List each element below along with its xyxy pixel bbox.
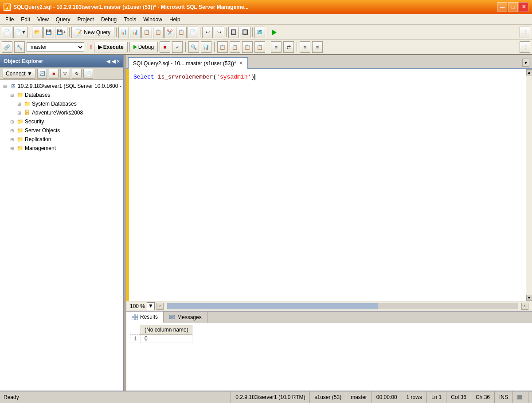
tb2-btn4[interactable]: 📊 — [201, 41, 211, 53]
editor-content[interactable]: Select is_srvrolemember('sysadmin') — [129, 69, 526, 301]
expand-aw[interactable]: ⊞ — [16, 110, 22, 116]
tb2-btn3[interactable]: 🔍 — [188, 41, 199, 53]
editor-scrollbar[interactable]: ▲ ▼ — [526, 69, 532, 301]
menu-debug[interactable]: Debug — [98, 16, 120, 24]
results-tab-messages[interactable]: Messages — [164, 312, 207, 323]
results-tab-results[interactable]: Results — [126, 312, 164, 323]
tb2-btn2[interactable]: 🔧 — [14, 41, 25, 53]
col-text: Col 36 — [451, 394, 466, 400]
sep8 — [87, 42, 87, 52]
debug-button[interactable]: Debug — [129, 42, 158, 52]
tree-replication[interactable]: ⊞ 📁 Replication — [0, 135, 123, 144]
menu-project[interactable]: Project — [74, 16, 98, 24]
tree-adventureworks[interactable]: ⊞ 🗄 AdventureWorks2008 — [0, 108, 123, 117]
tb-btn-12[interactable]: 🗺️ — [254, 27, 265, 38]
tb2-btn12[interactable]: ≡ — [312, 41, 323, 53]
run-btn[interactable] — [269, 27, 280, 38]
ready-text: Ready — [4, 394, 19, 400]
tb2-btn9[interactable]: ≡ — [271, 41, 282, 53]
new-query-button[interactable]: 📝 New Query — [71, 27, 114, 38]
tree-management[interactable]: ⊞ 📁 Management — [0, 144, 123, 153]
tab-dropdown-btn[interactable]: ▼ — [522, 59, 529, 67]
tb-btn-3[interactable]: 📊 — [118, 27, 129, 38]
tb-btn-4[interactable]: 📊 — [130, 27, 141, 38]
minimize-button[interactable]: — — [497, 2, 507, 12]
status-indicator — [513, 391, 528, 403]
tb2-btn6[interactable]: 📋 — [230, 41, 240, 53]
oe-stop-btn[interactable]: ■ — [49, 69, 59, 79]
menu-view[interactable]: View — [34, 16, 52, 24]
redo-btn[interactable]: ↪ — [214, 27, 224, 38]
tb-btn-8[interactable]: 📋 — [176, 27, 187, 38]
oe-refresh-btn[interactable]: 🔄 — [37, 69, 47, 79]
tb2-options[interactable]: ⋮ — [520, 41, 530, 53]
tb-btn-10[interactable]: 🔲 — [228, 27, 239, 38]
tree-security[interactable]: ⊞ 📁 Security — [0, 117, 123, 126]
sql-paren2: ) — [251, 74, 254, 80]
oe-pin2-icon[interactable]: ◀ — [112, 59, 115, 64]
expand-databases[interactable]: ⊟ — [9, 92, 15, 98]
query-tab-active[interactable]: SQLQuery2.sql - 10....master (s1user (53… — [128, 57, 248, 69]
close-button[interactable]: ✕ — [519, 2, 528, 12]
menu-window[interactable]: Window — [140, 16, 166, 24]
menu-help[interactable]: Help — [166, 16, 184, 24]
tb2-btn10[interactable]: ⇄ — [283, 41, 294, 53]
expand-system-db[interactable]: ⊞ — [16, 101, 22, 107]
tree-server-root[interactable]: ⊟ 🖥 10.2.9.183\server1 (SQL Server 10.0.… — [0, 82, 123, 91]
menu-edit[interactable]: Edit — [17, 16, 34, 24]
expand-replication[interactable]: ⊞ — [9, 136, 15, 142]
oe-pin-icon[interactable]: ◀ — [106, 59, 110, 64]
menu-query[interactable]: Query — [52, 16, 74, 24]
h-scrollbar[interactable] — [167, 303, 518, 309]
undo-btn[interactable]: ↩ — [202, 27, 213, 38]
tree-system-databases[interactable]: ⊞ 📁 System Databases — [0, 99, 123, 108]
tb-btn-6[interactable]: 📋 — [153, 27, 164, 38]
tb-btn-5[interactable]: 📋 — [141, 27, 152, 38]
zoom-left-btn[interactable]: ‹ — [156, 303, 164, 310]
tb2-btn5[interactable]: 📋 — [217, 41, 228, 53]
scroll-up-btn[interactable]: ▲ — [526, 69, 532, 75]
tb-btn-7[interactable]: ✂️ — [164, 27, 175, 38]
mode-text: INS — [499, 394, 508, 400]
oe-sync-btn[interactable]: ↻ — [72, 69, 82, 79]
status-server: 0.2.9.183\server1 (10.0 RTM) — [231, 391, 310, 403]
tb2-btn11[interactable]: ≡ — [300, 41, 310, 53]
tb-btn-9[interactable]: 📄 — [188, 27, 198, 38]
new-query-label: New Query — [84, 29, 110, 36]
expand-server-objects[interactable]: ⊞ — [9, 127, 15, 134]
save-btn[interactable]: 💾 — [43, 27, 54, 38]
expand-server[interactable]: ⊟ — [2, 83, 8, 89]
oe-filter-btn[interactable]: ▽ — [60, 69, 70, 79]
toolbar-options[interactable]: ⋮ — [520, 27, 530, 38]
tb2-btn7[interactable]: 📋 — [242, 41, 253, 53]
check-btn[interactable]: ✓ — [172, 41, 183, 53]
tb2-btn8[interactable]: 📋 — [254, 41, 265, 53]
oe-connect-button[interactable]: Connect ▼ — [3, 69, 35, 79]
oe-report-btn[interactable]: 📄 — [83, 69, 93, 79]
menu-tools[interactable]: Tools — [120, 16, 140, 24]
tb2-btn1[interactable]: 🔗 — [2, 41, 12, 53]
execute-button[interactable]: ▶ Execute — [94, 42, 128, 52]
oe-close-icon[interactable]: × — [117, 59, 120, 64]
new-file-btn[interactable]: 📄 — [2, 27, 12, 38]
zoom-right-btn[interactable]: › — [521, 303, 528, 310]
save-all-btn[interactable]: 💾+ — [55, 27, 67, 38]
menu-file[interactable]: File — [2, 16, 17, 24]
query-tab-bar: SQLQuery2.sql - 10....master (s1user (53… — [126, 55, 532, 69]
db-status-text: master — [351, 394, 367, 400]
tab-close-btn[interactable]: ✕ — [239, 60, 243, 66]
expand-security[interactable]: ⊞ — [9, 119, 15, 125]
tree-server-objects[interactable]: ⊞ 📁 Server Objects — [0, 126, 123, 135]
tree-databases[interactable]: ⊟ 📁 Databases — [0, 91, 123, 99]
open-btn[interactable]: 📂 — [32, 27, 43, 38]
tb-btn-11[interactable]: 🔲 — [240, 27, 250, 38]
maximize-button[interactable]: □ — [508, 2, 518, 12]
sep9 — [185, 42, 186, 52]
tb-btn-2[interactable]: 📄▼ — [13, 27, 28, 38]
folder-security-icon: 📁 — [16, 118, 23, 125]
scroll-down-btn[interactable]: ▼ — [526, 295, 532, 301]
stop-btn[interactable]: ■ — [160, 41, 170, 53]
expand-management[interactable]: ⊞ — [9, 145, 15, 151]
zoom-dropdown[interactable]: ▼ — [147, 302, 155, 310]
database-selector[interactable]: master model msdb tempdb — [27, 42, 84, 52]
